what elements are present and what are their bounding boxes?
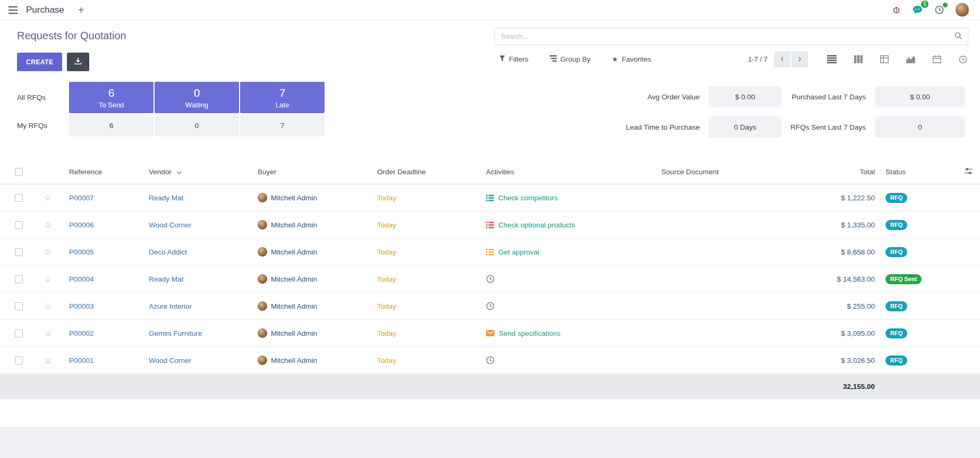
column-header-order-deadline[interactable]: Order Deadline bbox=[372, 160, 481, 184]
table-row[interactable]: ☆ P00001 Wood Corner Mitchell Admin Toda… bbox=[0, 347, 980, 374]
envelope-activity-icon[interactable] bbox=[486, 330, 495, 336]
vendor-link[interactable]: Wood Corner bbox=[149, 357, 191, 364]
activity-label[interactable]: Get approval bbox=[498, 248, 539, 256]
favorites-star-icon: ★ bbox=[612, 56, 618, 63]
reference-link[interactable]: P00007 bbox=[69, 194, 94, 202]
buyer-avatar bbox=[258, 301, 267, 311]
buyer-link[interactable]: Mitchell Admin bbox=[271, 275, 317, 283]
pager-next-button[interactable]: › bbox=[791, 51, 808, 67]
graph-view-icon[interactable] bbox=[905, 54, 916, 64]
kpi-late[interactable]: 7 Late bbox=[240, 82, 325, 113]
table-row[interactable]: ☆ P00002 Gemini Furniture Mitchell Admin… bbox=[0, 320, 980, 347]
create-button[interactable]: CREATE bbox=[17, 53, 62, 71]
kpi-my-late[interactable]: 7 bbox=[240, 115, 325, 137]
table-row[interactable]: ☆ P00006 Wood Corner Mitchell Admin Toda… bbox=[0, 211, 980, 239]
buyer-link[interactable]: Mitchell Admin bbox=[271, 194, 317, 202]
row-checkbox[interactable] bbox=[15, 357, 23, 364]
app-name[interactable]: Purchase bbox=[26, 5, 64, 15]
apps-menu-icon[interactable] bbox=[7, 4, 19, 16]
activity-label[interactable]: Check optional products bbox=[498, 221, 575, 229]
messages-icon[interactable]: 5 bbox=[911, 4, 924, 15]
list-view-icon[interactable] bbox=[826, 54, 838, 64]
vendor-link[interactable]: Ready Mat bbox=[149, 194, 183, 202]
row-checkbox[interactable] bbox=[15, 302, 23, 310]
column-header-total[interactable]: Total bbox=[792, 160, 880, 184]
reference-link[interactable]: P00004 bbox=[69, 275, 94, 283]
favorite-star-icon[interactable]: ☆ bbox=[44, 328, 52, 338]
buyer-link[interactable]: Mitchell Admin bbox=[271, 248, 317, 256]
vendor-link[interactable]: Gemini Furniture bbox=[149, 329, 202, 337]
column-header-status[interactable]: Status bbox=[880, 160, 957, 184]
buyer-link[interactable]: Mitchell Admin bbox=[271, 221, 317, 229]
group-by-button[interactable]: Group By bbox=[550, 52, 591, 67]
debug-bug-icon[interactable] bbox=[891, 5, 901, 15]
reference-link[interactable]: P00001 bbox=[69, 357, 94, 364]
pivot-view-icon[interactable] bbox=[879, 54, 890, 64]
favorite-star-icon[interactable]: ☆ bbox=[44, 220, 52, 230]
table-row[interactable]: ☆ P00004 Ready Mat Mitchell Admin Today … bbox=[0, 266, 980, 293]
select-all-checkbox[interactable] bbox=[15, 168, 23, 176]
total-amount: $ 8,658.00 bbox=[841, 248, 875, 256]
row-checkbox[interactable] bbox=[15, 194, 23, 202]
tasks-activity-icon[interactable] bbox=[486, 249, 494, 256]
stat-value-avg-order-value[interactable]: $ 0.00 bbox=[709, 86, 781, 107]
reference-link[interactable]: P00006 bbox=[69, 221, 94, 229]
reference-link[interactable]: P00002 bbox=[69, 329, 94, 337]
favorite-star-icon[interactable]: ☆ bbox=[44, 247, 52, 257]
row-checkbox[interactable] bbox=[15, 275, 23, 283]
favorite-star-icon[interactable]: ☆ bbox=[44, 193, 52, 203]
reference-link[interactable]: P00005 bbox=[69, 248, 94, 256]
column-header-source-document[interactable]: Source Document bbox=[656, 160, 792, 184]
table-row[interactable]: ☆ P00005 Deco Addict Mitchell Admin Toda… bbox=[0, 239, 980, 266]
column-header-buyer[interactable]: Buyer bbox=[252, 160, 372, 184]
row-checkbox[interactable] bbox=[15, 221, 23, 229]
activity-view-icon[interactable] bbox=[958, 54, 968, 65]
column-header-reference[interactable]: Reference bbox=[58, 160, 143, 184]
favorite-star-icon[interactable]: ☆ bbox=[44, 355, 52, 366]
activities-icon[interactable] bbox=[934, 4, 945, 15]
column-header-vendor[interactable]: Vendor bbox=[143, 160, 252, 184]
kpi-my-to-send[interactable]: 6 bbox=[69, 115, 154, 137]
optional-columns-icon[interactable] bbox=[965, 168, 973, 176]
favorites-button[interactable]: ★ Favorites bbox=[612, 52, 651, 67]
tasks-activity-icon[interactable] bbox=[486, 194, 494, 201]
activity-label[interactable]: Send specifications bbox=[499, 329, 560, 337]
user-avatar[interactable] bbox=[955, 3, 969, 17]
row-checkbox[interactable] bbox=[15, 329, 23, 337]
table-row[interactable]: ☆ P00003 Azure Interior Mitchell Admin T… bbox=[0, 293, 980, 320]
clock-activity-icon[interactable] bbox=[486, 356, 495, 364]
search-input[interactable] bbox=[500, 32, 954, 41]
rfq-table: Reference Vendor Buyer Order Deadline Ac… bbox=[0, 160, 980, 399]
stat-value-purchased-last-7-days[interactable]: $ 0.00 bbox=[875, 86, 965, 107]
vendor-link[interactable]: Deco Addict bbox=[149, 248, 187, 256]
calendar-view-icon[interactable] bbox=[932, 54, 942, 64]
favorite-star-icon[interactable]: ☆ bbox=[44, 301, 52, 311]
tasks-activity-icon[interactable] bbox=[486, 222, 494, 228]
stat-value-lead-time-to-purchase[interactable]: 0 Days bbox=[709, 116, 781, 138]
pager-previous-button[interactable]: ‹ bbox=[774, 51, 790, 67]
row-checkbox[interactable] bbox=[15, 248, 23, 256]
plus-icon[interactable]: + bbox=[76, 5, 87, 15]
buyer-link[interactable]: Mitchell Admin bbox=[271, 357, 317, 364]
filters-button[interactable]: Filters bbox=[499, 52, 529, 67]
kpi-waiting[interactable]: 0 Waiting bbox=[155, 82, 239, 113]
export-button[interactable] bbox=[67, 53, 89, 71]
buyer-link[interactable]: Mitchell Admin bbox=[271, 329, 317, 337]
reference-header-label: Reference bbox=[69, 168, 102, 176]
reference-link[interactable]: P00003 bbox=[69, 302, 94, 310]
clock-activity-icon[interactable] bbox=[486, 302, 495, 310]
vendor-link[interactable]: Azure Interior bbox=[149, 302, 192, 310]
vendor-link[interactable]: Wood Corner bbox=[149, 221, 191, 229]
column-header-activities[interactable]: Activities bbox=[481, 160, 656, 184]
stat-value-rfqs-sent-last-7-days[interactable]: 0 bbox=[875, 116, 965, 138]
buyer-link[interactable]: Mitchell Admin bbox=[271, 302, 317, 310]
vendor-link[interactable]: Ready Mat bbox=[149, 275, 183, 283]
activity-label[interactable]: Check competitors bbox=[498, 194, 558, 202]
clock-activity-icon[interactable] bbox=[486, 275, 495, 283]
table-row[interactable]: ☆ P00007 Ready Mat Mitchell Admin Today … bbox=[0, 184, 980, 211]
favorite-star-icon[interactable]: ☆ bbox=[44, 274, 52, 284]
kpi-my-waiting[interactable]: 0 bbox=[155, 115, 239, 137]
kpi-to-send[interactable]: 6 To Send bbox=[69, 82, 154, 113]
kanban-view-icon[interactable] bbox=[853, 54, 864, 64]
search-icon[interactable] bbox=[954, 31, 962, 42]
